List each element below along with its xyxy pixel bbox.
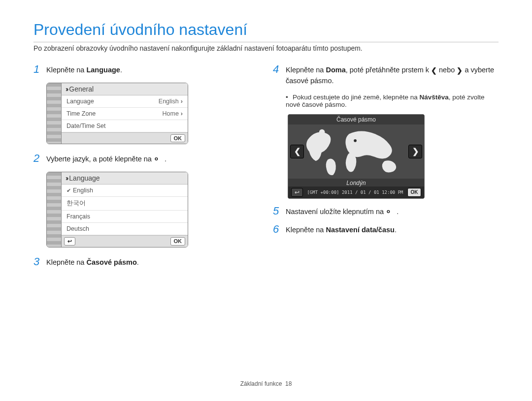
step-text: Klepněte na Doma, poté přetáhněte prstem… xyxy=(286,64,499,87)
tz-map: ❮ ❯ xyxy=(288,124,424,179)
step-number: 5 xyxy=(273,206,286,216)
settings-row-timezone[interactable]: Time Zone Home› xyxy=(62,108,188,120)
title-rule xyxy=(33,42,499,42)
device-grip xyxy=(47,83,62,144)
device-screen: ››Language ✔English 한국어 Français Deutsch xyxy=(62,172,188,247)
step-number: 4 xyxy=(273,64,286,75)
checkmark-icon: ✔ xyxy=(66,187,71,193)
tz-city: Londýn xyxy=(288,179,424,186)
tz-ok-button[interactable]: OK xyxy=(407,188,421,197)
step-text: Klepněte na Nastavení data/času. xyxy=(286,224,499,236)
back-button[interactable]: ↩ xyxy=(64,237,75,246)
ok-button[interactable]: OK xyxy=(170,237,186,246)
tz-header: Časové pásmo xyxy=(288,115,424,124)
step-4-subnote: •Pokud cestujete do jiné země, klepněte … xyxy=(286,93,499,108)
step-text: Klepněte na Časové pásmo. xyxy=(46,256,259,268)
language-option[interactable]: Deutsch xyxy=(62,223,188,235)
page-footer: Základní funkce 18 xyxy=(0,380,532,387)
settings-row-language[interactable]: Language English› xyxy=(62,95,188,108)
device-screen: ››General Language English› Time Zone Ho… xyxy=(62,83,188,144)
tz-datetime: [GMT +00:00] 2011 / 01 / 01 12:00 PM xyxy=(303,190,407,195)
ok-icon: o xyxy=(154,155,165,164)
left-column: 1 Klepněte na Language. ››General Langua… xyxy=(33,64,259,275)
step-4: 4 Klepněte na Doma, poté přetáhněte prst… xyxy=(273,64,499,87)
right-column: 4 Klepněte na Doma, poté přetáhněte prst… xyxy=(273,64,499,275)
svg-point-1 xyxy=(319,129,325,135)
language-option[interactable]: Français xyxy=(62,211,188,223)
tz-prev-button[interactable]: ❮ xyxy=(290,145,304,158)
two-column-layout: 1 Klepněte na Language. ››General Langua… xyxy=(33,64,499,275)
step-number: 1 xyxy=(33,64,46,75)
chevron-left-icon: ❮ xyxy=(431,67,437,74)
settings-row-datetime[interactable]: Date/Time Set xyxy=(62,120,188,132)
step-text: Nastavení uložíte klepnutím na o. xyxy=(286,206,499,217)
page-title: Provedení úvodního nastavení xyxy=(33,21,499,39)
step-3: 3 Klepněte na Časové pásmo. xyxy=(33,256,259,268)
step-number: 3 xyxy=(33,256,46,267)
device-mock-timezone: Časové pásmo ❮ ❯ xyxy=(288,114,425,199)
svg-text:o: o xyxy=(387,208,390,214)
world-map-icon xyxy=(304,124,408,179)
svg-text:o: o xyxy=(155,155,158,161)
step-number: 2 xyxy=(33,153,46,164)
svg-point-2 xyxy=(354,139,357,142)
screen-footbar: ↩ OK xyxy=(62,235,188,247)
step-number: 6 xyxy=(273,224,286,235)
screen-header: ››Language xyxy=(62,172,188,185)
device-mock-language: ››Language ✔English 한국어 Français Deutsch xyxy=(46,172,188,247)
screen-footbar: OK xyxy=(62,132,188,144)
step-text: Vyberte jazyk, a poté klepněte na o. xyxy=(46,153,259,165)
step-text: Klepněte na Language. xyxy=(46,64,259,76)
manual-page: Provedení úvodního nastavení Po zobrazen… xyxy=(0,0,532,275)
ok-button[interactable]: OK xyxy=(170,134,186,142)
device-mock-general: ››General Language English› Time Zone Ho… xyxy=(46,83,188,144)
language-option[interactable]: 한국어 xyxy=(62,197,188,211)
tz-back-button[interactable]: ↩ xyxy=(291,188,303,197)
step-6: 6 Klepněte na Nastavení data/času. xyxy=(273,224,499,236)
chevron-right-icon: ❯ xyxy=(457,67,463,74)
tz-footbar: ↩ [GMT +00:00] 2011 / 01 / 01 12:00 PM O… xyxy=(288,186,424,198)
step-5: 5 Nastavení uložíte klepnutím na o. xyxy=(273,206,499,217)
ok-icon: o xyxy=(386,208,397,216)
device-grip xyxy=(47,172,62,247)
step-2: 2 Vyberte jazyk, a poté klepněte na o. xyxy=(33,153,259,165)
language-option[interactable]: ✔English xyxy=(62,185,188,197)
intro-text: Po zobrazení obrazovky úvodního nastaven… xyxy=(33,44,499,52)
step-1: 1 Klepněte na Language. xyxy=(33,64,259,76)
tz-next-button[interactable]: ❯ xyxy=(408,145,422,158)
screen-header: ››General xyxy=(62,83,188,95)
